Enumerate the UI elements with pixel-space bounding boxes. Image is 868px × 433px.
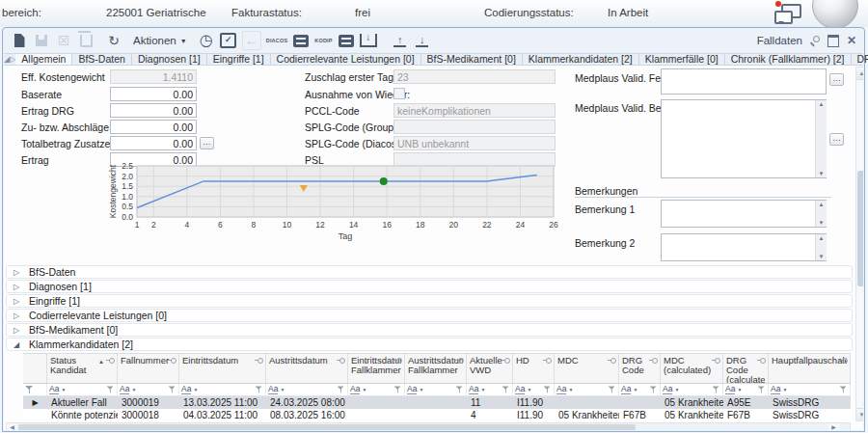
pin-column-icon[interactable] [649,358,658,364]
column-header-aktuelle-vwd[interactable]: Aktuelle VWD [467,354,513,383]
filter-dropdown-icon[interactable]: ▼ [480,387,485,392]
column-header-hauptfallpauschalenty[interactable]: Hauptfallpauschalenty [769,354,851,383]
filter-cell[interactable]: Aa▼ [118,384,179,395]
pin-column-icon[interactable] [502,358,510,364]
filter-type-button[interactable]: Aa [469,385,478,394]
expand-icon[interactable]: ▷ [14,326,22,335]
filter-funnel-icon[interactable] [609,387,616,393]
pin-column-icon[interactable] [255,358,263,364]
messages-icon[interactable] [773,3,802,26]
filter-type-button[interactable]: Aa [268,385,278,394]
filter-funnel-icon[interactable] [107,387,115,393]
column-header-mdc-calculated[interactable]: MDC (calculated) [661,354,723,383]
filter-funnel-icon[interactable] [544,387,552,393]
column-header-drg-code[interactable]: DRG Code [619,354,661,383]
scrollbar-thumb[interactable] [857,171,863,286]
scroll-down-icon[interactable]: ▼ [819,171,825,176]
scroll-up-icon[interactable]: ▲ [856,68,863,80]
maximize-icon[interactable] [827,35,839,47]
column-header-drg-code-calculated[interactable]: DRG Code (calculated) [723,354,769,383]
section-bfs-medikament-0[interactable]: ▷BfS-Medikament [0] [6,323,853,337]
section-eingriffe-1[interactable]: ▷Eingriffe [1] [6,294,853,308]
scroll-down-icon[interactable]: ▼ [856,408,863,420]
filter-cell[interactable]: Aa▼ [619,384,661,395]
filter-funnel-icon[interactable] [650,387,658,393]
medplaus-bericht-textarea[interactable] [661,99,827,178]
medplaus-bericht-more-button[interactable]: … [829,133,844,146]
filter-dropdown-icon[interactable]: ▼ [568,387,573,392]
pin-column-icon[interactable] [106,358,115,364]
section-klammerkandidaten-2[interactable]: ◢Klammerkandidaten [2] [6,338,853,351]
scrollbar-thumb[interactable] [18,424,636,430]
filter-funnel-icon[interactable] [758,387,766,393]
upload-button[interactable]: ↑ [392,32,409,49]
filter-cell[interactable]: Aa▼ [513,384,555,395]
column-header-mdc[interactable]: MDC [555,354,619,383]
filter-dropdown-icon[interactable]: ▼ [674,387,679,392]
filter-type-button[interactable]: Aa [120,385,129,394]
filter-dropdown-icon[interactable]: ▼ [280,387,285,392]
user-avatar[interactable] [812,0,858,29]
scroll-up-icon[interactable]: ▲ [819,235,825,241]
collapse-icon[interactable]: ◢ [14,340,22,349]
save-button[interactable] [33,32,50,49]
kodip-export-button[interactable] [338,32,355,49]
filter-funnel-icon[interactable] [502,387,510,393]
splg-diacos-input[interactable] [393,136,556,150]
column-header-eintrittsdatum-fallklammer[interactable]: Eintrittsdatum Fallklammer [348,354,405,383]
filter-dropdown-icon[interactable]: ▼ [633,387,637,392]
table-row[interactable]: Könnte potenziell300001804.03.2025 11:00… [23,409,851,421]
filter-dropdown-icon[interactable]: ▼ [131,387,136,392]
tab-klammerf-lle-0[interactable]: Klammerfälle [0] [639,54,725,65]
filter-cell[interactable]: Aa▼ [348,384,405,395]
cancel-button[interactable]: ☒ [55,32,72,49]
scroll-up-icon[interactable]: ▲ [819,202,825,207]
filter-dropdown-icon[interactable]: ▼ [527,387,531,392]
filter-dropdown-icon[interactable]: ▼ [737,387,742,392]
section-diagnosen-1[interactable]: ▷Diagnosen [1] [6,280,853,293]
filter-funnel-icon[interactable] [169,387,176,393]
aktionen-menu-button[interactable]: Aktionen ▼ [133,35,187,46]
history-clock-button[interactable]: ◷ [198,32,215,49]
section-bfs-daten[interactable]: ▷BfS-Daten [6,265,853,279]
filter-cell[interactable]: Aa▼ [179,384,266,395]
filter-cell[interactable]: Aa▼ [723,384,769,395]
filter-funnel-icon[interactable] [256,387,263,393]
column-header-hd[interactable]: HD [513,354,555,383]
filter-dropdown-icon[interactable]: ▼ [362,387,366,392]
filter-type-button[interactable]: Aa [350,385,360,394]
table-row[interactable]: ▶Aktueller Fall300001913.03.2025 11:0024… [23,396,851,409]
pin-column-icon[interactable] [757,358,766,364]
tab-diagnosen-1[interactable]: Diagnosen [1] [132,54,207,65]
filter-dropdown-icon[interactable]: ▼ [193,387,198,392]
splg-grouper-input[interactable] [393,120,556,134]
expand-icon[interactable]: ▷ [14,297,22,306]
filter-type-button[interactable]: Aa [181,385,191,394]
pccl-code-input[interactable] [393,103,556,118]
tab-codierrelevante-leistungen-0[interactable]: Codierrelevante Leistungen [0] [271,54,421,65]
column-header-status-kandidat[interactable]: Status Kandidat▲ [47,354,118,383]
new-document-button[interactable] [11,32,28,49]
calendar-check-button[interactable]: ✓ [220,32,237,49]
filter-type-button[interactable]: Aa [771,385,780,394]
totalbetrag-more-button[interactable]: … [200,137,214,149]
tab-eingriffe-1[interactable]: Eingriffe [1] [207,54,271,65]
column-header-fallnummer[interactable]: Fallnummer [118,354,179,383]
tab-bfs-daten[interactable]: BfS-Daten [72,54,131,65]
filter-type-button[interactable]: Aa [621,385,631,394]
filter-funnel-icon[interactable] [394,387,402,393]
filter-funnel-icon[interactable] [456,387,464,393]
bemerkung2-textarea[interactable] [661,233,827,261]
expand-icon[interactable]: ▷ [14,268,22,277]
filter-cell[interactable]: Aa▼ [47,384,118,395]
filter-type-button[interactable]: Aa [515,385,525,394]
filter-cell[interactable]: Aa▼ [555,384,619,395]
pin-column-icon[interactable] [839,358,848,364]
back-button[interactable]: ← [242,31,261,50]
horizontal-scrollbar[interactable]: ◀ ▶ [6,422,851,430]
abschlaege-input[interactable] [110,120,197,134]
bemerkung1-textarea[interactable] [661,200,827,228]
filter-type-button[interactable]: Aa [407,385,417,394]
zuschlag-erster-tag-input[interactable] [393,69,556,84]
filter-cell[interactable]: Aa▼ [467,384,513,395]
